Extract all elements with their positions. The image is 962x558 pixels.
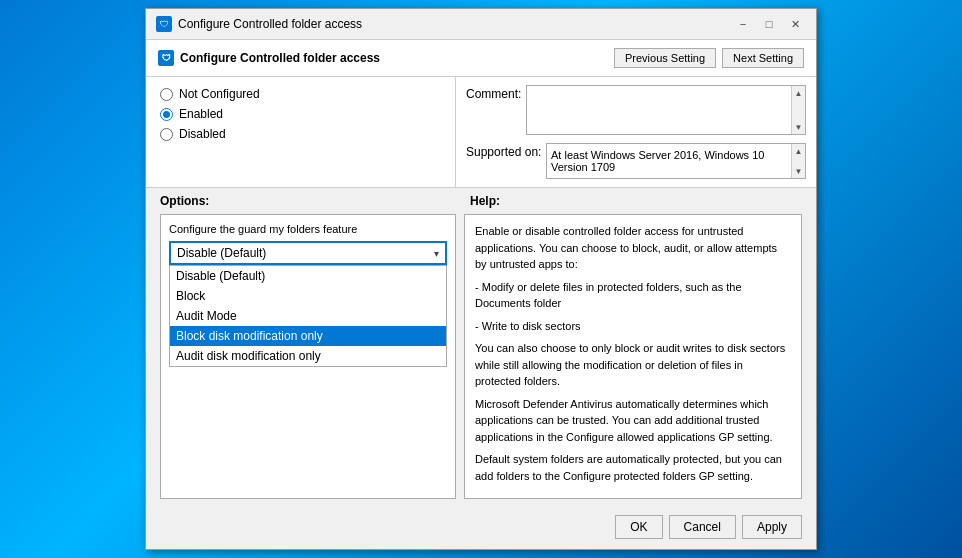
supported-scroll-up[interactable]: ▲ [792,144,806,158]
dropdown-arrow-icon: ▾ [434,248,439,259]
options-help-body: Configure the guard my folders feature D… [146,210,816,509]
maximize-button[interactable]: □ [758,15,780,33]
help-text-4: You can also choose to only block or aud… [475,340,791,390]
radio-circle-disabled [160,128,173,141]
main-content: Not Configured Enabled Disabled Comment:… [146,77,816,187]
dialog-window: 🛡 Configure Controlled folder access − □… [145,8,817,550]
header-buttons: Previous Setting Next Setting [614,48,804,68]
scroll-down-arrow[interactable]: ▼ [792,120,806,134]
dropdown-selected[interactable]: Disable (Default) ▾ [169,241,447,265]
options-header-label: Options: [160,194,470,208]
supported-scrollbar[interactable]: ▲ ▼ [791,144,805,178]
help-text-3: - Write to disk sectors [475,318,791,335]
supported-value: At least Windows Server 2016, Windows 10… [551,149,787,173]
header-title: Configure Controlled folder access [180,51,380,65]
comment-row: Comment: ▲ ▼ [466,85,806,135]
comment-box[interactable]: ▲ ▼ [526,85,806,135]
dropdown-item-0[interactable]: Disable (Default) [170,266,446,286]
title-bar-controls: − □ ✕ [732,15,806,33]
radio-enabled[interactable]: Enabled [160,107,441,121]
header-icon: 🛡 [158,50,174,66]
radio-circle-enabled [160,108,173,121]
dropdown-item-2[interactable]: Audit Mode [170,306,446,326]
supported-box: At least Windows Server 2016, Windows 10… [546,143,806,179]
help-header-label: Help: [470,194,802,208]
feature-label: Configure the guard my folders feature [169,223,447,235]
dropdown-list: Disable (Default) Block Audit Mode Block… [169,265,447,367]
bottom-buttons: OK Cancel Apply [146,509,816,549]
next-setting-button[interactable]: Next Setting [722,48,804,68]
bottom-section: Options: Help: Configure the guard my fo… [146,187,816,549]
comment-label: Comment: [466,85,526,101]
title-bar: 🛡 Configure Controlled folder access − □… [146,9,816,40]
help-text-6: Default system folders are automatically… [475,451,791,484]
right-panel: Comment: ▲ ▼ Supported on: At least Wind… [456,77,816,187]
window-icon: 🛡 [156,16,172,32]
ok-button[interactable]: OK [615,515,662,539]
title-bar-left: 🛡 Configure Controlled folder access [156,16,362,32]
window-title: Configure Controlled folder access [178,17,362,31]
dropdown-item-3[interactable]: Block disk modification only [170,326,446,346]
apply-button[interactable]: Apply [742,515,802,539]
supported-scroll-down[interactable]: ▼ [792,164,806,178]
not-configured-label: Not Configured [179,87,260,101]
supported-label: Supported on: [466,143,546,159]
previous-setting-button[interactable]: Previous Setting [614,48,716,68]
header-left: 🛡 Configure Controlled folder access [158,50,380,66]
dropdown-container: Disable (Default) ▾ Disable (Default) Bl… [169,241,447,367]
cancel-button[interactable]: Cancel [669,515,736,539]
minimize-button[interactable]: − [732,15,754,33]
scroll-up-arrow[interactable]: ▲ [792,86,806,100]
dropdown-item-4[interactable]: Audit disk modification only [170,346,446,366]
radio-group: Not Configured Enabled Disabled [160,87,441,141]
options-help-header: Options: Help: [146,188,816,210]
help-text-5: Microsoft Defender Antivirus automatical… [475,396,791,446]
close-button[interactable]: ✕ [784,15,806,33]
dropdown-selected-value: Disable (Default) [177,246,266,260]
left-panel: Not Configured Enabled Disabled [146,77,456,187]
supported-row: Supported on: At least Windows Server 20… [466,143,806,179]
scroll-track [792,100,805,120]
comment-scrollbar[interactable]: ▲ ▼ [791,86,805,134]
help-panel: Enable or disable controlled folder acce… [464,214,802,499]
header-row: 🛡 Configure Controlled folder access Pre… [146,40,816,77]
radio-circle-not-configured [160,88,173,101]
radio-not-configured[interactable]: Not Configured [160,87,441,101]
options-panel: Configure the guard my folders feature D… [160,214,456,499]
help-text-2: - Modify or delete files in protected fo… [475,279,791,312]
enabled-label: Enabled [179,107,223,121]
dropdown-item-1[interactable]: Block [170,286,446,306]
radio-disabled[interactable]: Disabled [160,127,441,141]
help-text-1: Enable or disable controlled folder acce… [475,223,791,273]
disabled-label: Disabled [179,127,226,141]
